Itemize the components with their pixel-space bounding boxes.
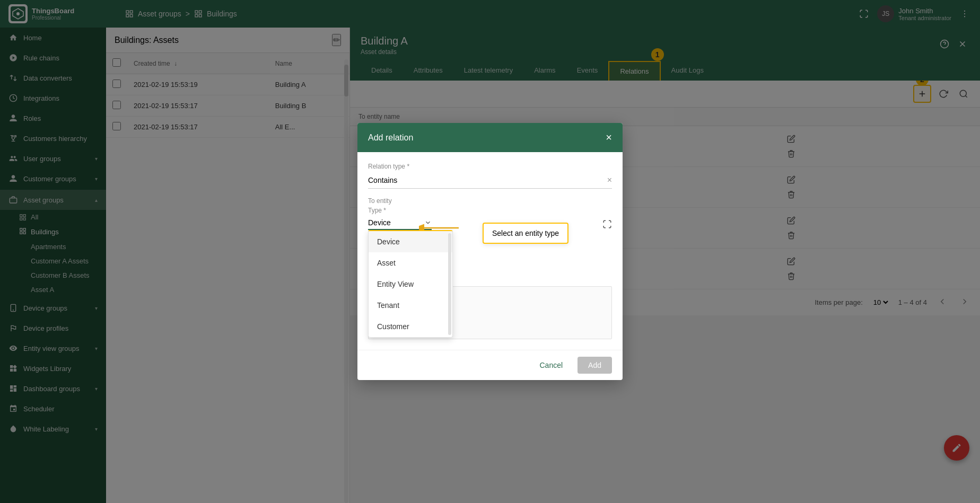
- to-entity-label: To entity: [368, 197, 612, 205]
- entity-type-callout: Select an entity type: [483, 223, 568, 244]
- modal-footer: Cancel Add: [357, 350, 623, 380]
- dropdown-item-tenant[interactable]: Tenant: [369, 295, 452, 316]
- relation-type-field: Relation type * ×: [368, 163, 612, 189]
- relation-type-label: Relation type *: [368, 163, 612, 170]
- relation-type-input: ×: [368, 172, 612, 189]
- to-entity-row: Type * Device Device Asset Entity View T…: [368, 207, 612, 244]
- modal-header: Add relation ×: [357, 123, 623, 152]
- modal-close-button[interactable]: ×: [606, 131, 612, 144]
- selected-type: Device: [368, 218, 424, 227]
- modal-title: Add relation: [368, 133, 413, 143]
- add-button[interactable]: Add: [578, 357, 612, 374]
- modal-body: Relation type * × To entity Type * Devic…: [357, 152, 623, 350]
- type-label: Type *: [368, 207, 432, 214]
- add-relation-modal: Add relation × Relation type * × To enti…: [357, 123, 623, 380]
- dropdown-item-entity-view[interactable]: Entity View: [369, 273, 452, 295]
- dropdown-item-device[interactable]: Device: [369, 231, 452, 252]
- cancel-button[interactable]: Cancel: [531, 357, 571, 374]
- relation-type-clear[interactable]: ×: [607, 175, 612, 185]
- entity-type-dropdown: Device Asset Entity View Tenant Customer: [368, 230, 453, 338]
- expand-icon[interactable]: [602, 219, 612, 231]
- to-entity-section: To entity Type * Device Device Asset Ent…: [368, 197, 612, 339]
- relation-type-value[interactable]: [368, 176, 607, 184]
- modal-overlay[interactable]: Add relation × Relation type * × To enti…: [0, 0, 980, 503]
- dropdown-item-customer[interactable]: Customer: [369, 316, 452, 337]
- dropdown-item-asset[interactable]: Asset: [369, 252, 452, 273]
- dropdown-scrollbar: [448, 233, 451, 335]
- callout-container: Select an entity type: [483, 223, 568, 244]
